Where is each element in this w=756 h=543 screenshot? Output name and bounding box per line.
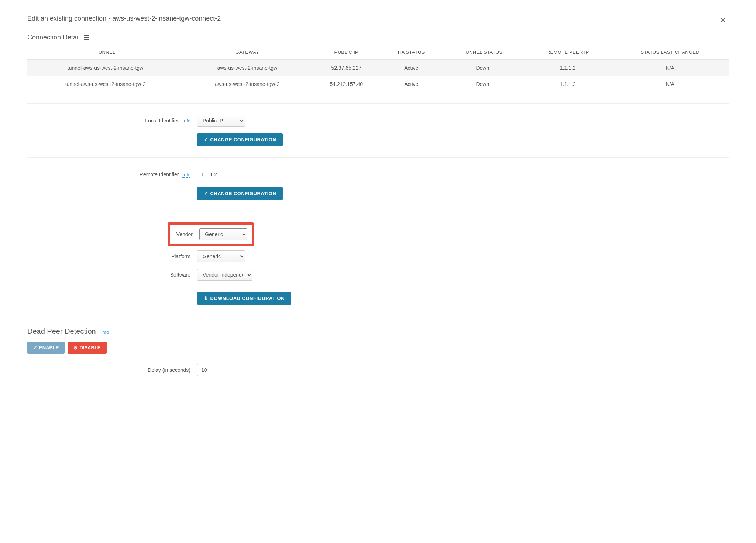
delay-label: Delay (in seconds) [148, 367, 190, 373]
menu-icon[interactable] [84, 35, 89, 40]
platform-label: Platform [171, 253, 190, 259]
col-ha-status: HA STATUS [382, 45, 441, 60]
cell-status-last-changed: N/A [611, 76, 729, 92]
software-label: Software [170, 272, 190, 278]
cell-ha-status: Active [382, 60, 441, 76]
col-tunnel: TUNNEL [27, 45, 183, 60]
divider [27, 103, 729, 104]
col-remote-peer-ip: REMOTE PEER IP [524, 45, 612, 60]
connection-detail-table: TUNNEL GATEWAY PUBLIC IP HA STATUS TUNNE… [27, 45, 729, 92]
close-button[interactable]: ✕ [717, 15, 729, 26]
cell-remote-peer-ip: 1.1.1.2 [524, 76, 612, 92]
enable-button[interactable]: ENABLE [27, 342, 65, 354]
col-public-ip: PUBLIC IP [311, 45, 382, 60]
local-identifier-label: Local Identifier [145, 118, 179, 124]
cell-tunnel: tunnel-aws-us-west-2-insane-tgw [27, 60, 183, 76]
remote-identifier-input[interactable] [197, 169, 267, 180]
page-title: Edit an existing connection - aws-us-wes… [27, 15, 729, 23]
connection-detail-title: Connection Detail [27, 34, 80, 41]
table-row[interactable]: tunnel-aws-us-west-2-insane-tgw-2 aws-us… [27, 76, 729, 92]
cell-gateway: aws-us-west-2-insane-tgw [183, 60, 311, 76]
cell-tunnel: tunnel-aws-us-west-2-insane-tgw-2 [27, 76, 183, 92]
dpd-info-link[interactable]: Info [101, 329, 109, 335]
cell-ha-status: Active [382, 76, 441, 92]
cell-public-ip: 54.212.157.40 [311, 76, 382, 92]
cell-status-last-changed: N/A [611, 60, 729, 76]
platform-select[interactable]: Generic [197, 250, 245, 262]
delay-input[interactable] [197, 364, 267, 376]
cell-gateway: aws-us-west-2-insane-tgw-2 [183, 76, 311, 92]
vendor-select[interactable]: Generic [199, 228, 247, 240]
download-configuration-button[interactable]: DOWNLOAD CONFIGURATION [197, 292, 291, 305]
col-gateway: GATEWAY [183, 45, 311, 60]
software-select[interactable]: Vendor independent [197, 269, 252, 281]
vendor-label: Vendor [174, 231, 193, 237]
local-identifier-info-link[interactable]: Info [182, 118, 190, 124]
table-row[interactable]: tunnel-aws-us-west-2-insane-tgw aws-us-w… [27, 60, 729, 76]
change-configuration-local-button[interactable]: CHANGE CONFIGURATION [197, 133, 283, 146]
close-icon: ✕ [720, 17, 726, 24]
local-identifier-select[interactable]: Public IP [197, 115, 245, 127]
remote-identifier-label: Remote Identifier [140, 172, 179, 177]
remote-identifier-info-link[interactable]: Info [182, 172, 190, 178]
vendor-highlight: Vendor Generic [168, 222, 254, 246]
cell-remote-peer-ip: 1.1.1.2 [524, 60, 612, 76]
cell-tunnel-status: Down [441, 60, 524, 76]
dpd-title: Dead Peer Detection [27, 327, 96, 336]
divider [27, 316, 729, 316]
disable-button[interactable]: DISABLE [68, 342, 106, 354]
col-tunnel-status: TUNNEL STATUS [441, 45, 524, 60]
cell-tunnel-status: Down [441, 76, 524, 92]
col-status-last-changed: STATUS LAST CHANGED [611, 45, 729, 60]
change-configuration-remote-button[interactable]: CHANGE CONFIGURATION [197, 187, 283, 200]
cell-public-ip: 52.37.65.227 [311, 60, 382, 76]
divider [27, 157, 729, 158]
divider [27, 211, 729, 211]
